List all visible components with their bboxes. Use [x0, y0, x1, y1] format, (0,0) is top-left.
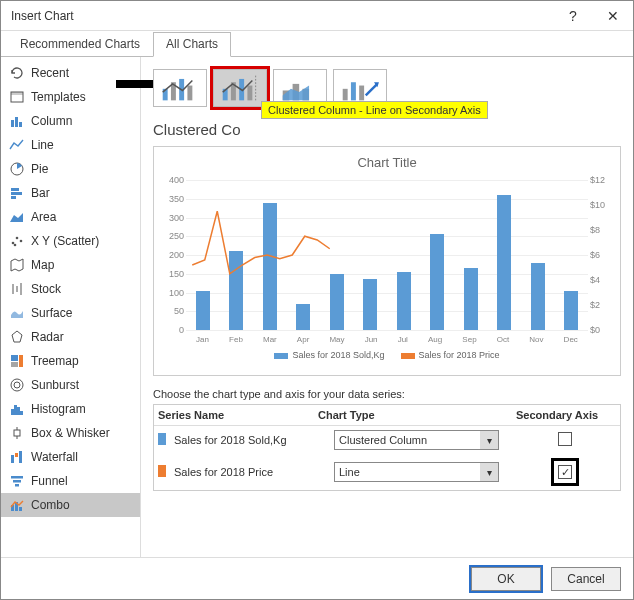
sidebar-label: Radar: [31, 330, 64, 344]
close-button[interactable]: ✕: [593, 1, 633, 31]
svg-rect-31: [19, 451, 22, 463]
svg-point-11: [20, 240, 23, 243]
sidebar-item-pie[interactable]: Pie: [1, 157, 140, 181]
sidebar-label: Stock: [31, 282, 61, 296]
tab-all-charts[interactable]: All Charts: [153, 32, 231, 57]
svg-rect-22: [11, 409, 14, 415]
sidebar-item-scatter[interactable]: X Y (Scatter): [1, 229, 140, 253]
titlebar: Insert Chart ? ✕: [1, 1, 633, 31]
sidebar-label: Surface: [31, 306, 72, 320]
chart-legend: Sales for 2018 Sold,Kg Sales for 2018 Pr…: [158, 344, 616, 360]
sidebar-label: Funnel: [31, 474, 68, 488]
chart-title: Chart Title: [158, 151, 616, 174]
series-type-select-2[interactable]: Line▾: [334, 462, 499, 482]
sidebar-item-treemap[interactable]: Treemap: [1, 349, 140, 373]
svg-marker-16: [12, 331, 22, 342]
help-button[interactable]: ?: [553, 1, 593, 31]
svg-rect-17: [11, 355, 18, 361]
secondary-axis-checkbox-1[interactable]: [558, 432, 572, 446]
svg-rect-37: [19, 507, 22, 511]
bar-series: [186, 180, 588, 330]
sidebar-label: Treemap: [31, 354, 79, 368]
window-title: Insert Chart: [11, 9, 74, 23]
series-name-2: Sales for 2018 Price: [174, 466, 334, 478]
chevron-down-icon: ▾: [480, 463, 498, 481]
svg-rect-2: [11, 120, 14, 127]
series-table: Series Name Chart Type Secondary Axis Sa…: [153, 404, 621, 491]
series-instruction: Choose the chart type and axis for your …: [153, 388, 621, 400]
header-secondary-axis: Secondary Axis: [498, 409, 616, 421]
svg-rect-8: [11, 196, 16, 199]
svg-point-9: [12, 242, 15, 245]
sidebar-item-boxwhisker[interactable]: Box & Whisker: [1, 421, 140, 445]
svg-rect-33: [13, 480, 21, 483]
series-row-2: Sales for 2018 Price Line▾ ✓: [154, 454, 620, 490]
header-series-name: Series Name: [158, 409, 318, 421]
subtype-tooltip: Clustered Column - Line on Secondary Axi…: [261, 101, 488, 119]
sidebar-item-sunburst[interactable]: Sunburst: [1, 373, 140, 397]
y-axis-secondary: $0$2$4$6$8$10$12: [590, 174, 616, 344]
sidebar-item-bar[interactable]: Bar: [1, 181, 140, 205]
svg-rect-7: [11, 192, 22, 195]
y-axis-primary: 050100150200250300350400: [158, 174, 184, 344]
sidebar-label: Templates: [31, 90, 86, 104]
sidebar-label: Bar: [31, 186, 50, 200]
svg-rect-6: [11, 188, 19, 191]
sidebar-item-radar[interactable]: Radar: [1, 325, 140, 349]
svg-rect-52: [343, 89, 348, 101]
svg-rect-34: [15, 484, 19, 487]
sidebar-label: Sunburst: [31, 378, 79, 392]
x-axis: JanFebMarAprMayJunJulAugSepOctNovDec: [186, 335, 588, 344]
series-row-1: Sales for 2018 Sold,Kg Clustered Column▾: [154, 426, 620, 454]
svg-rect-18: [19, 355, 23, 367]
sidebar-item-stock[interactable]: Stock: [1, 277, 140, 301]
sidebar-item-column[interactable]: Column: [1, 109, 140, 133]
subtype-title: Clustered Co: [153, 121, 621, 138]
svg-point-10: [16, 237, 19, 240]
sidebar-item-waterfall[interactable]: Waterfall: [1, 445, 140, 469]
chevron-down-icon: ▾: [480, 431, 498, 449]
svg-rect-32: [11, 476, 23, 479]
svg-rect-4: [19, 122, 22, 127]
svg-rect-30: [15, 453, 18, 457]
header-chart-type: Chart Type: [318, 409, 498, 421]
sidebar-label: Column: [31, 114, 72, 128]
ok-button[interactable]: OK: [471, 567, 541, 591]
insert-chart-dialog: Insert Chart ? ✕ Recommended Charts All …: [0, 0, 634, 600]
sidebar-label: X Y (Scatter): [31, 234, 99, 248]
sidebar-item-funnel[interactable]: Funnel: [1, 469, 140, 493]
combo-subtype-clustered-line-secondary[interactable]: [213, 69, 267, 107]
secondary-axis-checkbox-2[interactable]: ✓: [558, 465, 572, 479]
sidebar-item-line[interactable]: Line: [1, 133, 140, 157]
sidebar-item-recent[interactable]: Recent: [1, 61, 140, 85]
svg-rect-24: [17, 407, 20, 415]
svg-rect-25: [20, 411, 23, 415]
svg-rect-53: [351, 82, 356, 100]
series-name-1: Sales for 2018 Sold,Kg: [174, 434, 334, 446]
tab-recommended[interactable]: Recommended Charts: [7, 32, 153, 57]
sidebar-label: Area: [31, 210, 56, 224]
svg-point-20: [11, 379, 23, 391]
sidebar-item-templates[interactable]: Templates: [1, 85, 140, 109]
sidebar-item-area[interactable]: Area: [1, 205, 140, 229]
chart-preview[interactable]: Chart Title 050100150200250300350400 $0$…: [153, 146, 621, 376]
svg-rect-54: [359, 86, 364, 101]
sidebar-label: Map: [31, 258, 54, 272]
chart-plot-area: 050100150200250300350400 $0$2$4$6$8$10$1…: [186, 174, 588, 344]
sidebar-item-map[interactable]: Map: [1, 253, 140, 277]
sidebar-label: Line: [31, 138, 54, 152]
svg-rect-29: [11, 455, 14, 463]
svg-rect-1: [11, 92, 23, 95]
cancel-button[interactable]: Cancel: [551, 567, 621, 591]
svg-rect-26: [14, 430, 20, 436]
sidebar-item-combo[interactable]: Combo: [1, 493, 140, 517]
sidebar-item-histogram[interactable]: Histogram: [1, 397, 140, 421]
sidebar-item-surface[interactable]: Surface: [1, 301, 140, 325]
combo-subtype-clustered-line[interactable]: [153, 69, 207, 107]
svg-rect-3: [15, 117, 18, 127]
series-type-select-1[interactable]: Clustered Column▾: [334, 430, 499, 450]
svg-rect-23: [14, 405, 17, 415]
chart-type-list: Recent Templates Column Line Pie Bar Are…: [1, 57, 141, 557]
svg-rect-19: [11, 362, 18, 367]
svg-rect-43: [187, 86, 192, 101]
